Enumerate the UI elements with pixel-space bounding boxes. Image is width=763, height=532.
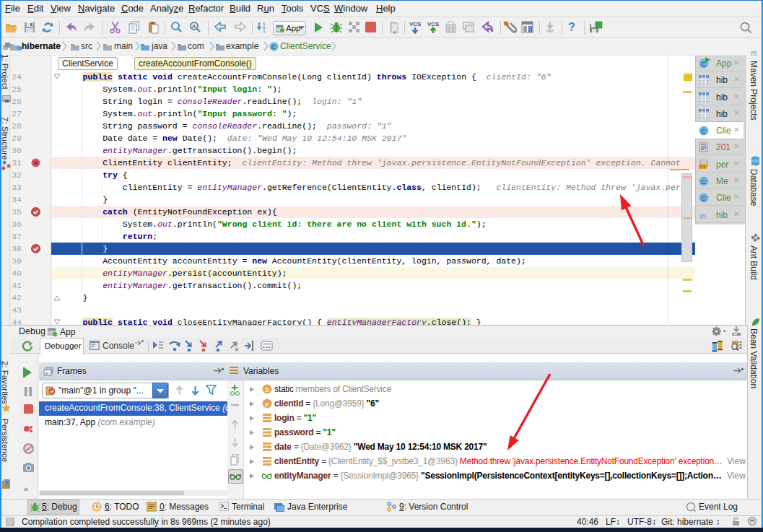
svg-text:C: C <box>701 128 706 135</box>
svg-text:C: C <box>701 178 706 186</box>
svg-text:1: 1 <box>263 29 266 34</box>
svg-text:s: s <box>45 371 48 375</box>
svg-text:VCS: VCS <box>427 21 440 27</box>
svg-text:m: m <box>751 48 757 57</box>
svg-text:C: C <box>701 195 706 202</box>
svg-text:S: S <box>265 386 269 393</box>
svg-text:p: p <box>265 401 269 408</box>
svg-text:VCS: VCS <box>409 21 422 27</box>
svg-text:<>: <> <box>699 164 705 170</box>
svg-text:C: C <box>271 43 276 51</box>
svg-text:m: m <box>699 210 706 220</box>
svg-text:A: A <box>192 23 196 30</box>
